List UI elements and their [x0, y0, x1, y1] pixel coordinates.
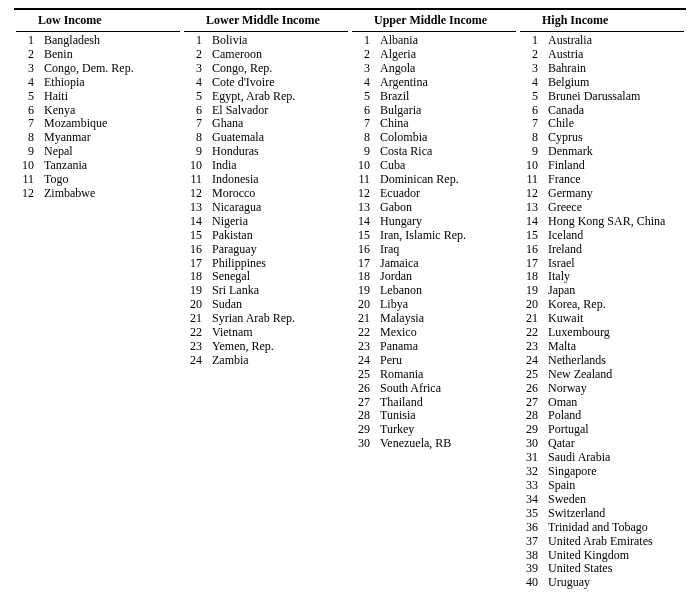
- country-name: Nepal: [44, 145, 180, 159]
- column-header: High Income: [520, 10, 684, 32]
- list-item: 9Denmark: [520, 145, 684, 159]
- country-name: Benin: [44, 48, 180, 62]
- country-name: Oman: [548, 396, 684, 410]
- row-index: 22: [520, 326, 538, 340]
- country-name: Iceland: [548, 229, 684, 243]
- row-index: 29: [352, 423, 370, 437]
- list-item: 21Kuwait: [520, 312, 684, 326]
- row-index: 20: [184, 298, 202, 312]
- column-header: Lower Middle Income: [184, 10, 348, 32]
- list-item: 38United Kingdom: [520, 549, 684, 563]
- country-name: Cameroon: [212, 48, 348, 62]
- row-index: 19: [520, 284, 538, 298]
- country-name: United States: [548, 562, 684, 576]
- country-name: Algeria: [380, 48, 516, 62]
- list-item: 20Korea, Rep.: [520, 298, 684, 312]
- row-index: 9: [16, 145, 34, 159]
- country-list: 1Bangladesh2Benin3Congo, Dem. Rep.4Ethio…: [16, 34, 180, 201]
- country-name: Israel: [548, 257, 684, 271]
- country-name: Brunei Darussalam: [548, 90, 684, 104]
- column-0: Low Income1Bangladesh2Benin3Congo, Dem. …: [14, 10, 182, 593]
- list-item: 13Greece: [520, 201, 684, 215]
- list-item: 1Albania: [352, 34, 516, 48]
- list-item: 1Bolivia: [184, 34, 348, 48]
- row-index: 23: [184, 340, 202, 354]
- row-index: 26: [352, 382, 370, 396]
- country-name: United Arab Emirates: [548, 535, 684, 549]
- country-name: Honduras: [212, 145, 348, 159]
- row-index: 10: [520, 159, 538, 173]
- list-item: 26Norway: [520, 382, 684, 396]
- country-name: Haiti: [44, 90, 180, 104]
- country-name: Germany: [548, 187, 684, 201]
- row-index: 18: [352, 270, 370, 284]
- list-item: 22Mexico: [352, 326, 516, 340]
- country-name: Senegal: [212, 270, 348, 284]
- row-index: 21: [520, 312, 538, 326]
- row-index: 28: [352, 409, 370, 423]
- list-item: 25Romania: [352, 368, 516, 382]
- country-name: France: [548, 173, 684, 187]
- list-item: 21Malaysia: [352, 312, 516, 326]
- list-item: 19Japan: [520, 284, 684, 298]
- country-name: Poland: [548, 409, 684, 423]
- row-index: 5: [352, 90, 370, 104]
- list-item: 30Qatar: [520, 437, 684, 451]
- list-item: 5Brunei Darussalam: [520, 90, 684, 104]
- row-index: 37: [520, 535, 538, 549]
- list-item: 17Israel: [520, 257, 684, 271]
- list-item: 21Syrian Arab Rep.: [184, 312, 348, 326]
- country-name: Hungary: [380, 215, 516, 229]
- list-item: 14Hungary: [352, 215, 516, 229]
- country-name: Morocco: [212, 187, 348, 201]
- row-index: 8: [520, 131, 538, 145]
- row-index: 4: [352, 76, 370, 90]
- country-name: Panama: [380, 340, 516, 354]
- country-name: Australia: [548, 34, 684, 48]
- row-index: 26: [520, 382, 538, 396]
- row-index: 6: [520, 104, 538, 118]
- country-name: Korea, Rep.: [548, 298, 684, 312]
- row-index: 5: [16, 90, 34, 104]
- row-index: 38: [520, 549, 538, 563]
- list-item: 24Netherlands: [520, 354, 684, 368]
- row-index: 17: [352, 257, 370, 271]
- country-name: Gabon: [380, 201, 516, 215]
- country-name: Congo, Rep.: [212, 62, 348, 76]
- row-index: 24: [352, 354, 370, 368]
- row-index: 14: [352, 215, 370, 229]
- list-item: 15Iran, Islamic Rep.: [352, 229, 516, 243]
- country-name: Venezuela, RB: [380, 437, 516, 451]
- list-item: 12Ecuador: [352, 187, 516, 201]
- list-item: 35Switzerland: [520, 507, 684, 521]
- country-name: South Africa: [380, 382, 516, 396]
- row-index: 15: [352, 229, 370, 243]
- row-index: 13: [520, 201, 538, 215]
- country-name: Togo: [44, 173, 180, 187]
- row-index: 11: [520, 173, 538, 187]
- list-item: 7China: [352, 117, 516, 131]
- list-item: 39United States: [520, 562, 684, 576]
- income-table: Low Income1Bangladesh2Benin3Congo, Dem. …: [14, 8, 686, 593]
- row-index: 24: [520, 354, 538, 368]
- country-name: Hong Kong SAR, China: [548, 215, 684, 229]
- row-index: 7: [184, 117, 202, 131]
- row-index: 5: [520, 90, 538, 104]
- country-name: Vietnam: [212, 326, 348, 340]
- row-index: 35: [520, 507, 538, 521]
- row-index: 27: [520, 396, 538, 410]
- country-name: Cote d'Ivoire: [212, 76, 348, 90]
- row-index: 18: [184, 270, 202, 284]
- list-item: 34Sweden: [520, 493, 684, 507]
- list-item: 28Poland: [520, 409, 684, 423]
- list-item: 9Nepal: [16, 145, 180, 159]
- country-name: Albania: [380, 34, 516, 48]
- row-index: 1: [352, 34, 370, 48]
- list-item: 12Morocco: [184, 187, 348, 201]
- country-name: Kenya: [44, 104, 180, 118]
- country-name: Ghana: [212, 117, 348, 131]
- list-item: 16Paraguay: [184, 243, 348, 257]
- country-list: 1Bolivia2Cameroon3Congo, Rep.4Cote d'Ivo…: [184, 34, 348, 368]
- list-item: 8Myanmar: [16, 131, 180, 145]
- row-index: 25: [352, 368, 370, 382]
